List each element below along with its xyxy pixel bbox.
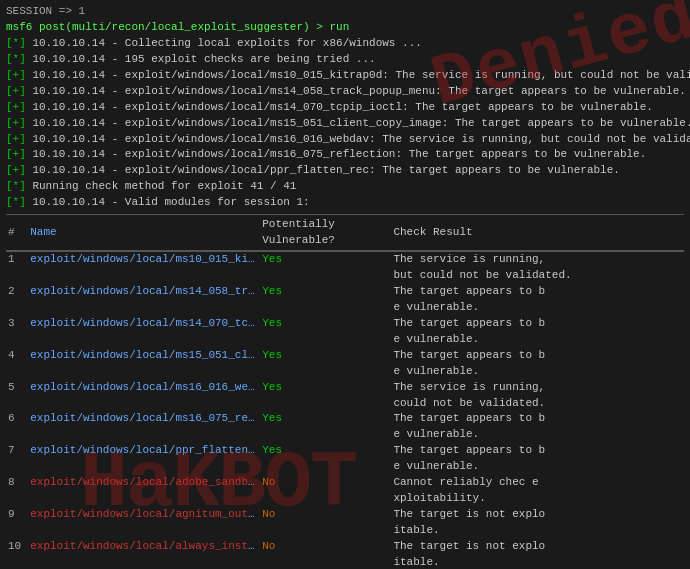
row-vuln-3: Yes bbox=[260, 316, 391, 332]
row-result-3b: e vulnerable. bbox=[391, 332, 684, 348]
table-row: 4 exploit/windows/local/ms15_051_client_… bbox=[6, 348, 684, 364]
r2-empty1 bbox=[6, 300, 28, 316]
table-row-cont-8: xploitability. bbox=[6, 491, 684, 507]
table-row: 2 exploit/windows/local/ms14_058_track_p… bbox=[6, 284, 684, 300]
output-line-5: [+] 10.10.10.14 - exploit/windows/local/… bbox=[6, 100, 684, 116]
row-result-4: The target appears to b bbox=[391, 348, 684, 364]
row-num-6: 6 bbox=[6, 411, 28, 427]
r7-e1 bbox=[6, 459, 28, 475]
r3-e3 bbox=[260, 332, 391, 348]
table-row-cont-1: but could not be validated. bbox=[6, 268, 684, 284]
row-name-10: exploit/windows/local/always_install_ele… bbox=[28, 539, 260, 555]
col-header-vuln: Potentially Vulnerable? bbox=[260, 216, 391, 250]
prompt-line: msf6 post(multi/recon/local_exploit_sugg… bbox=[6, 20, 684, 36]
row-result-9b: itable. bbox=[391, 523, 684, 539]
row-result-1b: but could not be validated. bbox=[391, 268, 684, 284]
table-row-cont-2: e vulnerable. bbox=[6, 300, 684, 316]
row-num-8: 8 bbox=[6, 475, 28, 491]
terminal-content: SESSION => 1 msf6 post(multi/recon/local… bbox=[0, 0, 690, 569]
row-vuln-5: Yes bbox=[260, 380, 391, 396]
r9-e2 bbox=[28, 523, 260, 539]
table-row: 9 exploit/windows/local/agnitum_outpost_… bbox=[6, 507, 684, 523]
table-row: 8 exploit/windows/local/adobe_sandbox_ad… bbox=[6, 475, 684, 491]
row-name-1: exploit/windows/local/ms10_015_kitrap0d bbox=[28, 252, 260, 268]
r7-e2 bbox=[28, 459, 260, 475]
r6-e3 bbox=[260, 427, 391, 443]
row-result-6: The target appears to b bbox=[391, 411, 684, 427]
row-vuln-7: Yes bbox=[260, 443, 391, 459]
table-row-cont-9: itable. bbox=[6, 523, 684, 539]
table-row-cont-6: e vulnerable. bbox=[6, 427, 684, 443]
row-result-9: The target is not explo bbox=[391, 507, 684, 523]
row-result-10b: itable. bbox=[391, 555, 684, 569]
row-vuln-1: Yes bbox=[260, 252, 391, 268]
row-result-1: The service is running, bbox=[391, 252, 684, 268]
row-num-4: 4 bbox=[6, 348, 28, 364]
row-vuln-4: Yes bbox=[260, 348, 391, 364]
r10-e1 bbox=[6, 555, 28, 569]
table-row-cont-7: e vulnerable. bbox=[6, 459, 684, 475]
table-row-cont-5: could not be validated. bbox=[6, 396, 684, 412]
r8-e1 bbox=[6, 491, 28, 507]
r4-e2 bbox=[28, 364, 260, 380]
row-vuln-6: Yes bbox=[260, 411, 391, 427]
table-row: 7 exploit/windows/local/ppr_flatten_rec … bbox=[6, 443, 684, 459]
table-divider-top bbox=[6, 214, 684, 215]
row-num-9: 9 bbox=[6, 507, 28, 523]
r8-e2 bbox=[28, 491, 260, 507]
output-line-2: [*] 10.10.10.14 - 195 exploit checks are… bbox=[6, 52, 684, 68]
table-row: 5 exploit/windows/local/ms16_016_webdav … bbox=[6, 380, 684, 396]
r9-e1 bbox=[6, 523, 28, 539]
r5-e1 bbox=[6, 396, 28, 412]
r10-e2 bbox=[28, 555, 260, 569]
row-result-2b: e vulnerable. bbox=[391, 300, 684, 316]
table-header-row: # Name Potentially Vulnerable? Check Res… bbox=[6, 216, 684, 250]
session-line: SESSION => 1 bbox=[6, 4, 684, 20]
row-name-3: exploit/windows/local/ms14_070_tcpip_ioc… bbox=[28, 316, 260, 332]
output-line-7: [+] 10.10.10.14 - exploit/windows/local/… bbox=[6, 132, 684, 148]
output-line-8: [+] 10.10.10.14 - exploit/windows/local/… bbox=[6, 147, 684, 163]
r8-e3 bbox=[260, 491, 391, 507]
terminal-window: Denied HaKBOT SESSION => 1 msf6 post(mul… bbox=[0, 0, 690, 569]
table-row: 10 exploit/windows/local/always_install_… bbox=[6, 539, 684, 555]
row-num-3: 3 bbox=[6, 316, 28, 332]
row-result-3: The target appears to b bbox=[391, 316, 684, 332]
row-num-2: 2 bbox=[6, 284, 28, 300]
row-num-5: 5 bbox=[6, 380, 28, 396]
row-vuln-8: No bbox=[260, 475, 391, 491]
row-result-5b: could not be validated. bbox=[391, 396, 684, 412]
row-result-2: The target appears to b bbox=[391, 284, 684, 300]
r7-e3 bbox=[260, 459, 391, 475]
table-row-cont-3: e vulnerable. bbox=[6, 332, 684, 348]
row-name-2: exploit/windows/local/ms14_058_track_pop… bbox=[28, 284, 260, 300]
output-line-1: [*] 10.10.10.14 - Collecting local explo… bbox=[6, 36, 684, 52]
col-header-name: Name bbox=[28, 216, 260, 250]
r9-e3 bbox=[260, 523, 391, 539]
col-header-num: # bbox=[6, 216, 28, 250]
row-result-7b: e vulnerable. bbox=[391, 459, 684, 475]
row-name-9: exploit/windows/local/agnitum_outpost_oc… bbox=[28, 507, 260, 523]
r4-e3 bbox=[260, 364, 391, 380]
row-num-10: 10 bbox=[6, 539, 28, 555]
row-num-1: 1 bbox=[6, 252, 28, 268]
row-name-1b bbox=[28, 268, 391, 284]
table-row: 3 exploit/windows/local/ms14_070_tcpip_i… bbox=[6, 316, 684, 332]
output-line-4: [+] 10.10.10.14 - exploit/windows/local/… bbox=[6, 84, 684, 100]
row-result-6b: e vulnerable. bbox=[391, 427, 684, 443]
row-result-5: The service is running, bbox=[391, 380, 684, 396]
r6-e1 bbox=[6, 427, 28, 443]
row-result-4b: e vulnerable. bbox=[391, 364, 684, 380]
row-result-8b: xploitability. bbox=[391, 491, 684, 507]
row-num-7: 7 bbox=[6, 443, 28, 459]
row-name-7: exploit/windows/local/ppr_flatten_rec bbox=[28, 443, 260, 459]
row-vuln-10: No bbox=[260, 539, 391, 555]
r5-e3 bbox=[260, 396, 391, 412]
col-header-result: Check Result bbox=[391, 216, 684, 250]
r5-e2 bbox=[28, 396, 260, 412]
output-line-9: [+] 10.10.10.14 - exploit/windows/local/… bbox=[6, 163, 684, 179]
row-vuln-9: No bbox=[260, 507, 391, 523]
row-result-8: Cannot reliably chec e bbox=[391, 475, 684, 491]
output-line-3: [+] 10.10.10.14 - exploit/windows/local/… bbox=[6, 68, 684, 84]
row-vuln-2: Yes bbox=[260, 284, 391, 300]
table-row-cont-4: e vulnerable. bbox=[6, 364, 684, 380]
